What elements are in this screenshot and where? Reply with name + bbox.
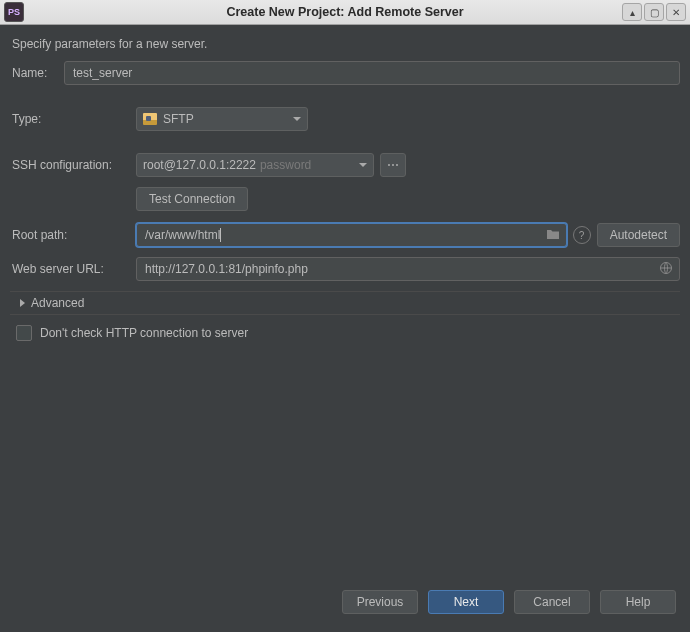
name-input-inner[interactable]	[73, 66, 671, 80]
name-label: Name:	[10, 66, 64, 80]
type-dropdown[interactable]: SFTP	[136, 107, 308, 131]
folder-icon[interactable]	[546, 228, 560, 243]
ssh-more-button[interactable]: ⋯	[380, 153, 406, 177]
row-root: Root path: /var/www/html ? Autodetect	[10, 223, 680, 247]
row-name: Name:	[10, 61, 680, 85]
type-value: SFTP	[163, 112, 194, 126]
help-icon[interactable]: ?	[573, 226, 591, 244]
window-title: Create New Project: Add Remote Server	[0, 5, 690, 19]
title-bar: PS Create New Project: Add Remote Server…	[0, 0, 690, 25]
dialog-footer: Previous Next Cancel Help	[0, 580, 690, 632]
triangle-right-icon	[20, 299, 25, 307]
url-value: http://127.0.0.1:81/phpinfo.php	[145, 262, 308, 276]
ssh-auth-hint: password	[260, 158, 311, 172]
autodetect-button[interactable]: Autodetect	[597, 223, 680, 247]
ssh-dropdown[interactable]: root@127.0.0.1:2222 password	[136, 153, 374, 177]
dialog-content: Specify parameters for a new server. Nam…	[0, 25, 690, 341]
instructions-text: Specify parameters for a new server.	[12, 37, 680, 51]
next-button[interactable]: Next	[428, 590, 504, 614]
type-label: Type:	[10, 112, 136, 126]
ssh-value: root@127.0.0.1:2222	[143, 158, 256, 172]
row-test: Test Connection	[10, 187, 680, 211]
ssh-label: SSH configuration:	[10, 158, 136, 172]
globe-icon[interactable]	[659, 261, 673, 278]
window-controls: ▴ ▢ ✕	[622, 3, 686, 21]
help-button[interactable]: Help	[600, 590, 676, 614]
test-connection-button[interactable]: Test Connection	[136, 187, 248, 211]
app-icon: PS	[4, 2, 24, 22]
dont-check-http-checkbox[interactable]	[16, 325, 32, 341]
advanced-toggle[interactable]: Advanced	[10, 291, 680, 315]
minimize-icon[interactable]: ▴	[622, 3, 642, 21]
close-icon[interactable]: ✕	[666, 3, 686, 21]
row-checkbox: Don't check HTTP connection to server	[10, 325, 680, 341]
advanced-label: Advanced	[31, 296, 84, 310]
chevron-down-icon	[359, 163, 367, 167]
row-ssh: SSH configuration: root@127.0.0.1:2222 p…	[10, 153, 680, 177]
root-path-value: /var/www/html	[145, 228, 220, 242]
name-input[interactable]	[64, 61, 680, 85]
text-caret	[220, 228, 221, 242]
url-input[interactable]: http://127.0.0.1:81/phpinfo.php	[136, 257, 680, 281]
root-path-input[interactable]: /var/www/html	[136, 223, 567, 247]
row-url: Web server URL: http://127.0.0.1:81/phpi…	[10, 257, 680, 281]
maximize-icon[interactable]: ▢	[644, 3, 664, 21]
sftp-icon	[143, 113, 157, 125]
checkbox-label: Don't check HTTP connection to server	[40, 326, 248, 340]
previous-button[interactable]: Previous	[342, 590, 418, 614]
ellipsis-icon: ⋯	[387, 158, 399, 172]
chevron-down-icon	[293, 117, 301, 121]
cancel-button[interactable]: Cancel	[514, 590, 590, 614]
row-type: Type: SFTP	[10, 107, 680, 131]
root-label: Root path:	[10, 228, 136, 242]
url-label: Web server URL:	[10, 262, 136, 276]
